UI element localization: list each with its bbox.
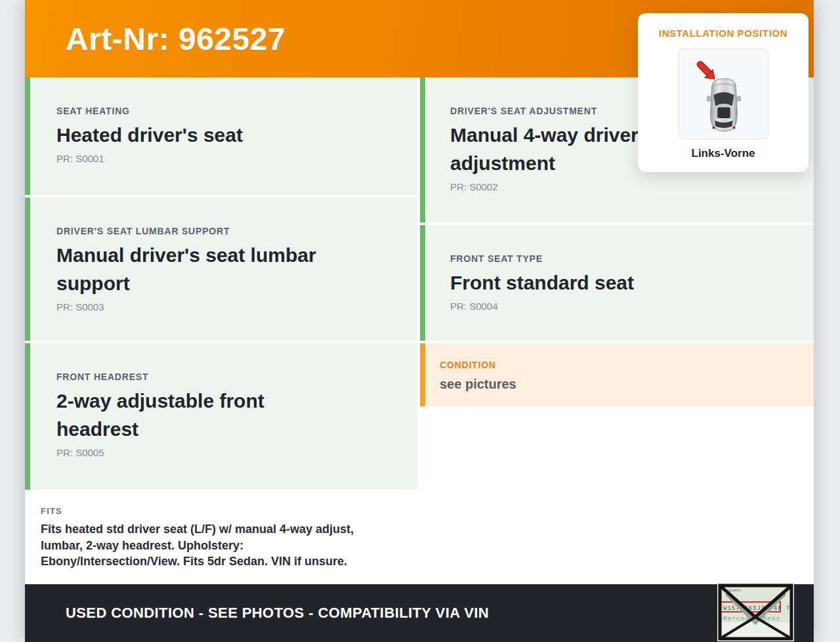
- spec-card-front-seat-type: FRONT SEAT TYPE Front standard seat PR: …: [420, 225, 814, 341]
- left-column: SEAT HEATING Heated driver's seat PR: S0…: [25, 77, 417, 582]
- condition-card: CONDITION see pictures: [420, 343, 814, 406]
- spec-value: Manual driver's seat lumbar support: [56, 241, 394, 297]
- direction-arrow-icon: [700, 64, 715, 79]
- spec-label: SEAT HEATING: [56, 106, 394, 116]
- fits-description: Fits heated std driver seat (L/F) w/ man…: [41, 521, 398, 570]
- installation-position-image-frame: [678, 49, 768, 139]
- spec-value: 2-way adjustable front headrest: [56, 387, 394, 443]
- spec-pr-code: PR: S0001: [56, 154, 394, 164]
- vin-text: W1571463J31748 7: [723, 605, 790, 612]
- spec-value: Heated driver's seat: [56, 121, 394, 149]
- spec-card-lumbar-support: DRIVER'S SEAT LUMBAR SUPPORT Manual driv…: [25, 198, 417, 341]
- spec-label: DRIVER'S SEAT LUMBAR SUPPORT: [56, 226, 394, 236]
- car-top-view-icon: [679, 49, 768, 139]
- listing-sheet: Art-Nr: 962527 SEAT HEATING Heated drive…: [25, 0, 814, 642]
- spec-pr-code: PR: S0005: [56, 448, 394, 458]
- spec-card-seat-heating: SEAT HEATING Heated driver's seat PR: S0…: [25, 77, 417, 195]
- spec-pr-code: PR: S0002: [450, 182, 790, 192]
- fits-card: FITS Fits heated std driver seat (L/F) w…: [25, 492, 417, 582]
- fits-label: FITS: [41, 507, 398, 515]
- installation-position-card: INSTALLATION POSITION: [638, 13, 808, 172]
- spec-label: FRONT HEADREST: [56, 372, 394, 381]
- installation-position-title: INSTALLATION POSITION: [638, 28, 808, 38]
- spec-pr-code: PR: S0004: [450, 301, 790, 312]
- envelope-icon: Fahrgestellnr. W1571463J31748 7 Mercedes…: [717, 583, 794, 641]
- installation-position-value: Links-Vorne: [638, 148, 808, 160]
- vin-document-thumbnail[interactable]: Fahrgestellnr. W1571463J31748 7 Mercedes…: [717, 583, 794, 641]
- condition-label: CONDITION: [440, 360, 801, 370]
- empty-area: [420, 409, 814, 582]
- article-number-title: Art-Nr: 962527: [66, 21, 285, 57]
- footer-banner-text: USED CONDITION - SEE PHOTOS - COMPATIBIL…: [66, 605, 489, 622]
- condition-value: see pictures: [440, 375, 801, 393]
- footer-banner: USED CONDITION - SEE PHOTOS - COMPATIBIL…: [25, 584, 814, 642]
- spec-pr-code: PR: S0003: [56, 302, 394, 312]
- spec-card-front-headrest: FRONT HEADREST 2-way adjustable front he…: [25, 343, 417, 490]
- spec-value: Front standard seat: [450, 268, 790, 297]
- spec-label: FRONT SEAT TYPE: [450, 254, 790, 263]
